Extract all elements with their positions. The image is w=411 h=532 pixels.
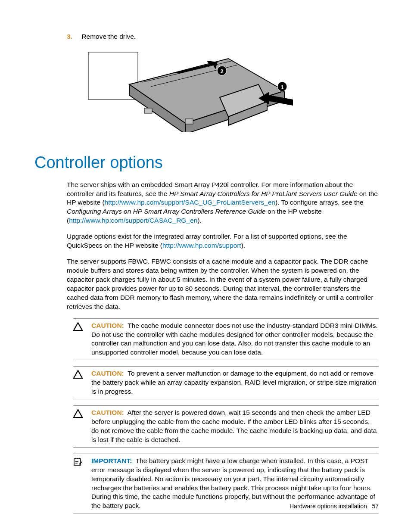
section-heading: Controller options bbox=[34, 152, 379, 174]
caution-block-2: CAUTION: To prevent a server malfunction… bbox=[73, 366, 379, 399]
step-number: 3. bbox=[67, 32, 80, 41]
caution-icon bbox=[73, 408, 85, 445]
caution-block-1: CAUTION: The cache module connector does… bbox=[73, 318, 379, 361]
important-label: IMPORTANT: bbox=[91, 457, 132, 464]
caution-text: The cache module connector does not use … bbox=[91, 322, 378, 356]
caution-block-3: CAUTION: After the server is powered dow… bbox=[73, 405, 379, 448]
svg-rect-9 bbox=[185, 119, 193, 124]
svg-text:2: 2 bbox=[220, 68, 223, 74]
intro-paragraph-1: The server ships with an embedded Smart … bbox=[67, 180, 379, 226]
link-casac-rg[interactable]: http://www.hp.com/support/CASAC_RG_en bbox=[69, 217, 197, 224]
svg-marker-16 bbox=[74, 323, 82, 330]
caution-label: CAUTION: bbox=[91, 409, 124, 416]
footer-section: Hardware options installation bbox=[290, 503, 367, 510]
important-text: The battery pack might have a low charge… bbox=[91, 457, 375, 510]
caution-label: CAUTION: bbox=[91, 322, 124, 329]
caution-icon bbox=[73, 321, 85, 358]
caution-text: To prevent a server malfunction or damag… bbox=[91, 370, 377, 395]
drive-removal-figure: 1 2 bbox=[78, 50, 379, 134]
page-footer: Hardware options installation 57 bbox=[290, 502, 379, 510]
svg-marker-18 bbox=[74, 410, 82, 417]
svg-text:1: 1 bbox=[280, 84, 283, 90]
step-item: 3. Remove the drive. bbox=[67, 32, 379, 41]
link-sac-ug[interactable]: http://www.hp.com/support/SAC_UG_ProLian… bbox=[105, 199, 275, 206]
footer-page-number: 57 bbox=[372, 503, 379, 510]
caution-icon bbox=[73, 369, 85, 396]
caution-label: CAUTION: bbox=[91, 370, 124, 377]
important-icon bbox=[73, 457, 85, 511]
caution-text: After the server is powered down, wait 1… bbox=[91, 409, 377, 443]
link-hp-support[interactable]: http://www.hp.com/support bbox=[162, 242, 241, 249]
step-text: Remove the drive. bbox=[81, 33, 136, 40]
svg-rect-8 bbox=[144, 108, 152, 113]
intro-paragraph-2: Upgrade options exist for the integrated… bbox=[67, 232, 379, 250]
svg-marker-17 bbox=[74, 370, 82, 378]
fbwc-paragraph: The server supports FBWC. FBWC consists … bbox=[67, 257, 379, 311]
